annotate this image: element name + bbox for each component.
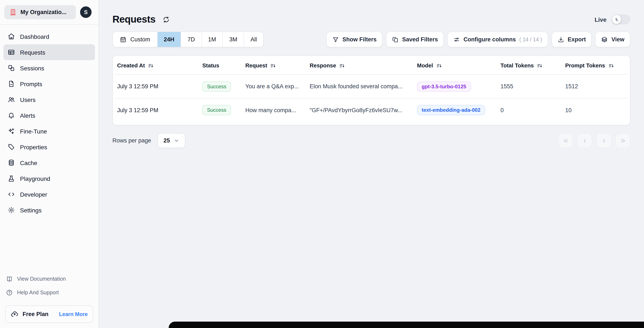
column-header-request[interactable]: Request: [243, 56, 307, 74]
page-title: Requests: [112, 14, 156, 25]
sidebar-item-settings[interactable]: Settings: [4, 202, 95, 218]
sidebar-item-requests[interactable]: Requests: [4, 44, 95, 60]
funnel-icon: [332, 36, 339, 43]
column-header-response[interactable]: Response: [307, 56, 414, 74]
avatar[interactable]: S: [80, 7, 92, 18]
sidebar-item-sessions[interactable]: Sessions: [4, 60, 95, 76]
live-toggle-group: Live: [594, 15, 630, 24]
live-label: Live: [594, 16, 606, 23]
sort-icon[interactable]: [339, 63, 345, 68]
column-header-model[interactable]: Model: [414, 56, 498, 74]
show-filters-button[interactable]: Show Filters: [326, 32, 383, 47]
sidebar-item-alerts[interactable]: Alerts: [4, 107, 95, 123]
rows-per-page-label: Rows per page: [112, 137, 151, 144]
column-header-status[interactable]: Status: [200, 56, 243, 74]
sidebar-item-fine-tune[interactable]: Fine-Tune: [4, 123, 95, 139]
cell-status: Success: [200, 105, 243, 115]
sidebar: My Organizatio... S Dashboard Requests S…: [0, 0, 99, 328]
footer-link-label: Help And Support: [17, 290, 59, 296]
model-badge: gpt-3.5-turbo-0125: [417, 81, 471, 91]
table-row[interactable]: July 3 12:59 PM Success How many compa..…: [114, 98, 628, 122]
column-label: Prompt Tokens: [565, 62, 605, 69]
sidebar-item-properties[interactable]: Properties: [4, 139, 95, 155]
sort-icon[interactable]: [436, 63, 442, 68]
sidebar-item-label: Requests: [20, 49, 45, 56]
flask-icon: [8, 175, 15, 182]
org-switcher-button[interactable]: My Organizatio...: [4, 5, 76, 19]
column-header-prompt-tokens[interactable]: Prompt Tokens: [563, 56, 628, 74]
learn-more-link[interactable]: Learn More: [59, 311, 88, 317]
cell-request: How many compa...: [243, 107, 307, 113]
question-icon: [6, 289, 13, 296]
sidebar-item-playground[interactable]: Playground: [4, 171, 95, 186]
app-window: My Organizatio... S Dashboard Requests S…: [0, 0, 644, 328]
sidebar-item-developer[interactable]: Developer: [4, 186, 95, 202]
column-label: Total Tokens: [500, 62, 534, 69]
time-range-24h[interactable]: 24H: [157, 32, 181, 47]
footer-link-label: View Documentation: [17, 276, 66, 282]
column-header-created-at[interactable]: Created At: [114, 56, 200, 74]
plan-card[interactable]: Free Plan Learn More: [5, 305, 93, 323]
cell-prompt-tokens: 1512: [563, 83, 628, 90]
download-icon: [557, 36, 564, 43]
building-icon: [9, 9, 16, 16]
export-button[interactable]: Export: [551, 32, 592, 47]
live-toggle[interactable]: [612, 15, 630, 24]
time-range-3m[interactable]: 3M: [222, 32, 244, 47]
saved-filters-button[interactable]: Saved Filters: [386, 32, 444, 47]
toolbar-actions: Show Filters Saved Filters Configure col…: [326, 32, 630, 47]
view-documentation-link[interactable]: View Documentation: [5, 272, 93, 286]
users-icon: [8, 96, 15, 103]
code-icon: [8, 191, 15, 198]
model-badge: text-embedding-ada-002: [417, 105, 485, 115]
cell-model: gpt-3.5-turbo-0125: [414, 81, 498, 91]
configure-columns-button[interactable]: Configure columns ( 14 / 14 ): [447, 32, 548, 47]
sidebar-footer: View Documentation Help And Support Free…: [0, 268, 98, 328]
cell-response: "GF+/PAvdYbyrrGo8yFz6vIeSU7w...: [307, 107, 414, 113]
sidebar-item-label: Playground: [20, 175, 50, 182]
time-range-all[interactable]: All: [244, 32, 263, 47]
sort-icon[interactable]: [537, 63, 543, 68]
column-label: Request: [245, 62, 267, 69]
rows-per-page-select[interactable]: 25: [158, 133, 185, 148]
sidebar-item-label: Fine-Tune: [20, 128, 47, 134]
cell-created-at: July 3 12:59 PM: [114, 107, 200, 113]
table-row[interactable]: July 3 12:59 PM Success You are a Q&A ex…: [114, 75, 628, 98]
bolt-slash-icon: [614, 17, 619, 22]
home-icon: [8, 33, 15, 40]
column-header-total-tokens[interactable]: Total Tokens: [498, 56, 563, 74]
sidebar-item-label: Developer: [20, 191, 47, 198]
main-content: Requests Live Custom 24H 7D: [99, 0, 644, 328]
help-and-support-link[interactable]: Help And Support: [5, 286, 93, 299]
cell-request: You are a Q&A exp...: [243, 83, 307, 90]
bell-icon: [8, 112, 15, 119]
next-page-button[interactable]: [596, 133, 611, 148]
sidebar-header: My Organizatio... S: [0, 0, 98, 25]
layers-icon: [601, 36, 608, 43]
sort-icon[interactable]: [148, 63, 154, 68]
sessions-icon: [8, 64, 15, 72]
refresh-button[interactable]: [162, 16, 170, 23]
view-button[interactable]: View: [595, 32, 630, 47]
column-count: ( 14 / 14 ): [519, 37, 542, 42]
first-page-button[interactable]: [558, 133, 573, 148]
previous-page-button[interactable]: [577, 133, 592, 148]
time-range-7d[interactable]: 7D: [181, 32, 202, 47]
sidebar-item-dashboard[interactable]: Dashboard: [4, 29, 95, 44]
sort-icon[interactable]: [608, 63, 614, 68]
sidebar-item-users[interactable]: Users: [4, 92, 95, 107]
gear-icon: [8, 206, 15, 214]
time-range-1m[interactable]: 1M: [201, 32, 222, 47]
last-page-button[interactable]: [616, 133, 630, 148]
sidebar-item-label: Settings: [20, 207, 42, 214]
time-range-custom[interactable]: Custom: [113, 32, 157, 47]
chevron-left-icon: [581, 137, 588, 144]
chevrons-right-icon: [620, 137, 626, 144]
sidebar-item-label: Sessions: [20, 65, 44, 71]
sidebar-item-cache[interactable]: Cache: [4, 155, 95, 171]
copy-icon: [392, 36, 399, 43]
column-label: Model: [417, 62, 433, 69]
sidebar-item-prompts[interactable]: Prompts: [4, 76, 95, 92]
sort-icon[interactable]: [270, 63, 276, 68]
column-label: Created At: [117, 62, 145, 69]
